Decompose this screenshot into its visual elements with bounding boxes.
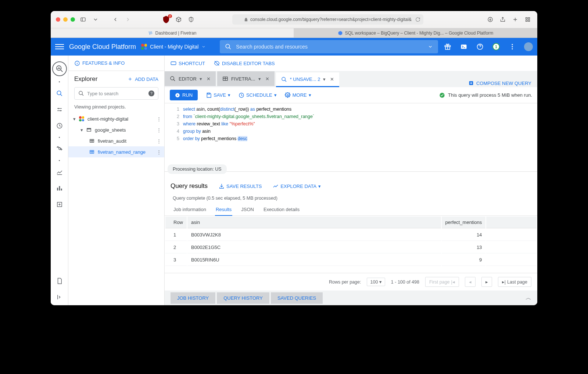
more-vert-icon[interactable]: ⋮ — [157, 127, 161, 133]
chevron-down-icon[interactable]: ▾ — [200, 76, 202, 82]
sql-editor[interactable]: 12345 select asin, count(distinct(_row))… — [165, 103, 537, 172]
explore-data-button[interactable]: EXPLORE DATA ▾ — [273, 183, 321, 189]
gcp-logo[interactable]: Google Cloud Platform — [69, 43, 136, 51]
svg-point-24 — [512, 48, 513, 49]
traffic-lights[interactable] — [56, 17, 75, 22]
avatar[interactable] — [524, 42, 533, 51]
rail-history-icon[interactable] — [54, 120, 65, 132]
query-history-tab[interactable]: QUERY HISTORY — [217, 292, 269, 304]
saved-queries-tab[interactable]: SAVED QUERIES — [271, 292, 323, 304]
more-vert-icon[interactable]: ⋮ — [157, 116, 161, 122]
rail-plus-box-icon[interactable] — [54, 199, 65, 210]
close-icon[interactable]: ✕ — [329, 76, 336, 82]
tab-job-info[interactable]: Job information — [173, 204, 207, 216]
address-bar[interactable]: console.cloud.google.com/bigquery?referr… — [232, 14, 423, 25]
chevron-down-icon[interactable] — [91, 15, 100, 24]
query-icon — [170, 76, 176, 82]
browser-tab-bigquery[interactable]: SQL workspace – BigQuery – Client - Migh… — [294, 28, 537, 38]
play-icon — [175, 93, 180, 98]
sidebar-toggle-icon[interactable] — [79, 15, 87, 24]
search-input[interactable] — [236, 44, 423, 50]
tab-json[interactable]: JSON — [240, 204, 255, 216]
add-data-button[interactable]: ADD DATA — [128, 76, 158, 82]
reload-icon[interactable] — [415, 17, 420, 22]
tree-table[interactable]: fivetran_named_range ⋮ — [68, 146, 164, 157]
cube-icon[interactable] — [174, 15, 183, 24]
search-help-icon[interactable]: ? — [148, 90, 154, 96]
svg-point-66 — [171, 76, 174, 80]
next-page-button[interactable]: ▸ — [481, 277, 492, 287]
more-button[interactable]: MORE ▾ — [285, 92, 311, 98]
chevron-down-icon[interactable]: ▾ — [323, 76, 326, 82]
job-history-tab[interactable]: JOB HISTORY — [171, 292, 215, 304]
share-icon[interactable] — [498, 15, 507, 24]
tree-table[interactable]: fivetran_audit ⋮ — [68, 135, 164, 146]
tab-label: * UNSAVE... 2 — [290, 76, 320, 82]
last-page-button[interactable]: ▸| Last page — [498, 277, 531, 287]
more-vert-icon[interactable]: ⋮ — [157, 149, 161, 155]
download-icon[interactable] — [486, 15, 495, 24]
run-button[interactable]: RUN — [170, 90, 198, 100]
svg-line-72 — [285, 80, 286, 82]
menu-icon[interactable] — [55, 42, 64, 51]
table-icon — [89, 138, 95, 144]
shortcut-link[interactable]: SHORTCUT — [171, 60, 205, 66]
search-icon — [78, 90, 84, 96]
tree-label: client-mighty-digital — [87, 116, 128, 122]
rows-per-page-select[interactable]: 100 ▾ — [367, 278, 385, 286]
rail-wrench-icon[interactable] — [54, 143, 65, 155]
cloud-shell-icon[interactable] — [459, 42, 468, 51]
rail-bars-icon[interactable] — [54, 182, 65, 194]
first-page-button[interactable]: First page |◂ — [425, 277, 459, 287]
processing-location: Processing location: US — [168, 164, 227, 174]
close-icon[interactable]: ✕ — [205, 76, 212, 82]
rail-doc-icon[interactable] — [54, 275, 65, 287]
compose-query-button[interactable]: COMPOSE NEW QUERY — [468, 80, 537, 86]
close-icon[interactable]: ✕ — [264, 76, 271, 82]
rail-collapse-icon[interactable] — [54, 291, 65, 303]
more-vert-icon[interactable]: ⋮ — [157, 138, 161, 144]
chevron-down-icon[interactable]: ▾ — [258, 76, 261, 82]
col-row: Row — [165, 217, 187, 228]
save-results-button[interactable]: SAVE RESULTS — [219, 183, 262, 189]
back-icon[interactable] — [111, 15, 120, 24]
notifications-badge[interactable]: 1 — [492, 42, 501, 51]
tree-project[interactable]: ▾ client-mighty-digital ⋮ — [68, 113, 164, 124]
svg-rect-62 — [171, 62, 176, 65]
tabs-grid-icon[interactable] — [523, 15, 532, 24]
prev-page-button[interactable]: ◂ — [465, 277, 476, 287]
shield-icon[interactable] — [187, 15, 196, 24]
gift-icon[interactable] — [443, 42, 452, 51]
bigquery-rail-icon[interactable] — [52, 61, 67, 76]
svg-point-13 — [226, 44, 230, 48]
tab-execution[interactable]: Execution details — [263, 204, 300, 216]
svg-point-21 — [480, 48, 480, 49]
search-bar[interactable] — [220, 40, 438, 53]
rail-search-icon[interactable] — [54, 88, 65, 99]
tab-results[interactable]: Results — [215, 204, 232, 216]
more-vert-icon[interactable] — [508, 42, 517, 51]
chevron-down-icon[interactable] — [428, 44, 433, 49]
tree-dataset[interactable]: ▾ google_sheets ⋮ — [68, 124, 164, 135]
schedule-button[interactable]: SCHEDULE ▾ — [239, 92, 277, 98]
svg-rect-12 — [528, 20, 530, 21]
editor-tab-unsaved[interactable]: * UNSAVE... 2 ▾ ✕ — [276, 72, 340, 87]
help-icon[interactable] — [476, 42, 484, 51]
new-tab-icon[interactable] — [511, 15, 520, 24]
svg-point-22 — [512, 44, 513, 45]
table-icon — [222, 76, 228, 82]
rail-filter-icon[interactable] — [54, 104, 65, 115]
explorer-search[interactable]: Type to search ? — [74, 87, 158, 100]
project-selector[interactable]: Client - Mighty Digital — [141, 44, 206, 50]
forward-icon[interactable] — [123, 15, 132, 24]
save-button[interactable]: SAVE ▾ — [206, 92, 230, 98]
disable-tabs-link[interactable]: DISABLE EDITOR TABS — [214, 60, 275, 66]
rail-chart-icon[interactable] — [54, 166, 65, 178]
features-info-link[interactable]: FEATURES & INFO — [74, 60, 125, 66]
editor-tab-fivetran[interactable]: FIVETRA... ▾ ✕ — [217, 71, 275, 86]
query-complete-text: Query complete (0.5 sec elapsed, 5 MB pr… — [165, 193, 537, 204]
editor-tab-editor[interactable]: EDITOR ▾ ✕ — [165, 71, 216, 86]
ublock-icon[interactable]: 2 — [162, 15, 171, 24]
browser-tab-fivetran[interactable]: Dashboard | Fivetran — [51, 28, 294, 38]
chevron-up-icon[interactable]: ︿ — [526, 294, 531, 302]
